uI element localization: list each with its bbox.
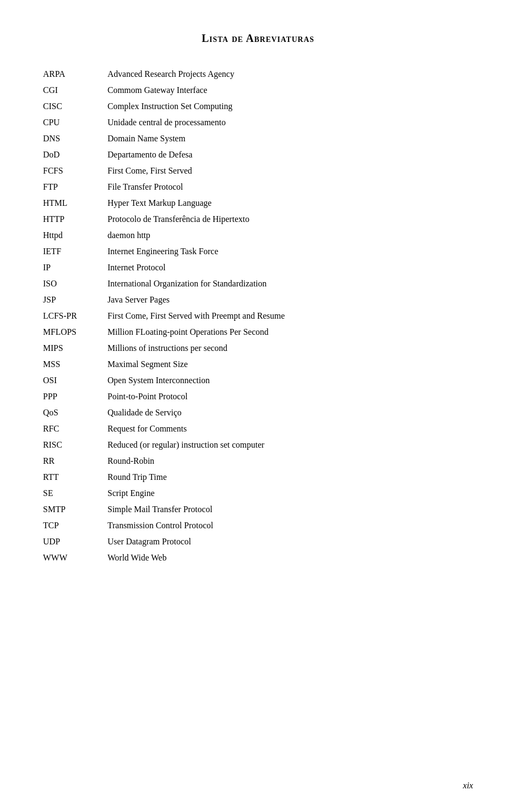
- table-row: MIPSMillions of instructions per second: [43, 340, 473, 356]
- abbr-key: SE: [43, 485, 108, 501]
- abbr-key: Httpd: [43, 227, 108, 243]
- abbr-key: JSP: [43, 292, 108, 308]
- abbr-key: PPP: [43, 389, 108, 405]
- abbr-key: CGI: [43, 82, 108, 98]
- abbr-key: ARPA: [43, 66, 108, 82]
- abbr-key: HTML: [43, 195, 108, 211]
- abbr-value: Point-to-Point Protocol: [108, 389, 473, 405]
- table-row: DNSDomain Name System: [43, 131, 473, 147]
- table-row: HTMLHyper Text Markup Language: [43, 195, 473, 211]
- abbr-value: Round Trip Time: [108, 469, 473, 485]
- abbr-value: World Wide Web: [108, 550, 473, 566]
- abbr-value: Maximal Segment Size: [108, 356, 473, 372]
- abbr-key: LCFS-PR: [43, 308, 108, 324]
- table-row: OSIOpen System Interconnection: [43, 372, 473, 389]
- abbr-value: Reduced (or regular) instruction set com…: [108, 437, 473, 453]
- abbr-value: Transmission Control Protocol: [108, 518, 473, 534]
- abbr-value: Round-Robin: [108, 453, 473, 469]
- table-row: LCFS-PRFirst Come, First Served with Pre…: [43, 308, 473, 324]
- abbr-key: FCFS: [43, 163, 108, 179]
- abbr-value: Protocolo de Transferência de Hipertexto: [108, 211, 473, 227]
- table-row: IETFInternet Engineering Task Force: [43, 243, 473, 260]
- abbr-key: RR: [43, 453, 108, 469]
- table-row: IPInternet Protocol: [43, 260, 473, 276]
- abbr-key: MSS: [43, 356, 108, 372]
- abbr-key: RFC: [43, 421, 108, 437]
- page-container: Lista de Abreviaturas ARPAAdvanced Resea…: [0, 0, 516, 598]
- table-row: RFCRequest for Comments: [43, 421, 473, 437]
- abbr-value: User Datagram Protocol: [108, 534, 473, 550]
- page-title: Lista de Abreviaturas: [43, 32, 473, 45]
- page-number: xix: [463, 781, 473, 791]
- table-row: RISCReduced (or regular) instruction set…: [43, 437, 473, 453]
- table-row: WWWWorld Wide Web: [43, 550, 473, 566]
- table-row: MFLOPSMillion FLoating-point Operations …: [43, 324, 473, 340]
- abbr-key: RTT: [43, 469, 108, 485]
- table-row: SMTPSimple Mail Transfer Protocol: [43, 501, 473, 518]
- table-row: PPPPoint-to-Point Protocol: [43, 389, 473, 405]
- abbr-value: Java Server Pages: [108, 292, 473, 308]
- abbr-value: daemon http: [108, 227, 473, 243]
- abbr-key: CPU: [43, 114, 108, 131]
- abbr-key: HTTP: [43, 211, 108, 227]
- abbr-key: DoD: [43, 147, 108, 163]
- abbr-key: IP: [43, 260, 108, 276]
- table-row: SEScript Engine: [43, 485, 473, 501]
- abbr-value: Request for Comments: [108, 421, 473, 437]
- table-row: RRRound-Robin: [43, 453, 473, 469]
- abbr-value: Internet Protocol: [108, 260, 473, 276]
- table-row: ARPAAdvanced Research Projects Agency: [43, 66, 473, 82]
- abbr-value: Million FLoating-point Operations Per Se…: [108, 324, 473, 340]
- table-row: Httpddaemon http: [43, 227, 473, 243]
- abbr-key: MIPS: [43, 340, 108, 356]
- abbr-value: International Organization for Standardi…: [108, 276, 473, 292]
- abbreviation-table: ARPAAdvanced Research Projects AgencyCGI…: [43, 66, 473, 566]
- table-row: FTPFile Transfer Protocol: [43, 179, 473, 195]
- abbr-key: QoS: [43, 405, 108, 421]
- table-row: CPUUnidade central de processamento: [43, 114, 473, 131]
- abbr-value: Simple Mail Transfer Protocol: [108, 501, 473, 518]
- abbr-value: File Transfer Protocol: [108, 179, 473, 195]
- table-row: QoSQualidade de Serviço: [43, 405, 473, 421]
- table-row: ISOInternational Organization for Standa…: [43, 276, 473, 292]
- abbr-value: Open System Interconnection: [108, 372, 473, 389]
- abbr-value: Commom Gateway Interface: [108, 82, 473, 98]
- abbr-value: Domain Name System: [108, 131, 473, 147]
- table-row: CISCComplex Instruction Set Computing: [43, 98, 473, 114]
- abbr-value: Script Engine: [108, 485, 473, 501]
- table-row: RTTRound Trip Time: [43, 469, 473, 485]
- abbr-value: Millions of instructions per second: [108, 340, 473, 356]
- abbr-value: Internet Engineering Task Force: [108, 243, 473, 260]
- abbr-value: First Come, First Served: [108, 163, 473, 179]
- table-row: DoDDepartamento de Defesa: [43, 147, 473, 163]
- abbr-key: FTP: [43, 179, 108, 195]
- abbr-value: Hyper Text Markup Language: [108, 195, 473, 211]
- abbr-value: First Come, First Served with Preempt an…: [108, 308, 473, 324]
- table-row: TCPTransmission Control Protocol: [43, 518, 473, 534]
- abbr-key: UDP: [43, 534, 108, 550]
- abbr-value: Unidade central de processamento: [108, 114, 473, 131]
- abbr-value: Qualidade de Serviço: [108, 405, 473, 421]
- abbr-key: WWW: [43, 550, 108, 566]
- table-row: FCFSFirst Come, First Served: [43, 163, 473, 179]
- abbr-value: Complex Instruction Set Computing: [108, 98, 473, 114]
- abbr-key: SMTP: [43, 501, 108, 518]
- abbr-key: DNS: [43, 131, 108, 147]
- abbr-key: OSI: [43, 372, 108, 389]
- abbr-key: TCP: [43, 518, 108, 534]
- table-row: MSSMaximal Segment Size: [43, 356, 473, 372]
- table-row: UDPUser Datagram Protocol: [43, 534, 473, 550]
- table-row: HTTPProtocolo de Transferência de Hipert…: [43, 211, 473, 227]
- abbr-key: ISO: [43, 276, 108, 292]
- abbr-key: MFLOPS: [43, 324, 108, 340]
- table-row: JSPJava Server Pages: [43, 292, 473, 308]
- abbr-key: CISC: [43, 98, 108, 114]
- table-row: CGICommom Gateway Interface: [43, 82, 473, 98]
- abbr-key: IETF: [43, 243, 108, 260]
- abbr-key: RISC: [43, 437, 108, 453]
- abbr-value: Advanced Research Projects Agency: [108, 66, 473, 82]
- abbr-value: Departamento de Defesa: [108, 147, 473, 163]
